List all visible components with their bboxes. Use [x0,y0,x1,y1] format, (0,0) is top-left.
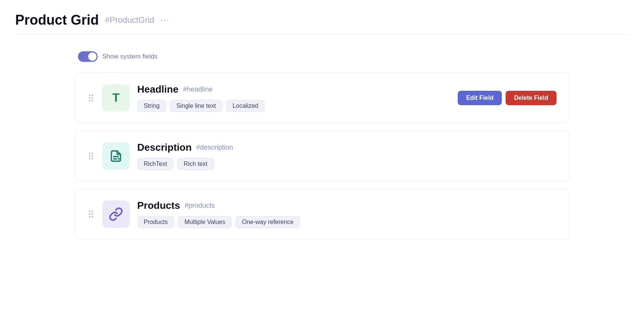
field-hash-headline: #headline [183,85,213,93]
drag-handle-description[interactable] [87,151,95,161]
field-tags-description: RichTextRich text [137,158,557,170]
field-info-description: Description#descriptionRichTextRich text [137,142,557,170]
more-options-icon[interactable]: ··· [160,15,170,25]
edit-field-button-headline[interactable]: Edit Field [458,91,502,105]
tag-headline-single-line-text: Single line text [170,100,222,112]
show-system-fields-toggle[interactable] [78,51,98,62]
field-card-description: Description#descriptionRichTextRich text [75,131,569,181]
field-actions-headline: Edit FieldDelete Field [458,91,557,105]
tag-products-multiple-values: Multiple Values [178,216,232,228]
toggle-label: Show system fields [102,53,158,60]
page-title: Product Grid [15,12,99,28]
fields-container: THeadline#headlineStringSingle line text… [75,73,569,239]
field-info-products: Products#productsProductsMultiple Values… [137,200,557,228]
tag-headline-localized: Localized [226,100,265,112]
tag-products-one-way-reference: One-way reference [235,216,300,228]
field-name-products: Products [137,200,180,211]
content-area: Show system fields THeadline#headlineStr… [75,44,569,254]
tag-products-products: Products [137,216,174,228]
field-hash-description: #description [196,144,233,151]
field-tags-products: ProductsMultiple ValuesOne-way reference [137,216,557,228]
field-card-products: Products#productsProductsMultiple Values… [75,189,569,239]
field-tags-headline: StringSingle line textLocalized [137,100,450,112]
field-hash-products: #products [185,202,215,210]
page-header: Product Grid #ProductGrid ··· [15,12,629,35]
page-hash: #ProductGrid [105,15,154,25]
field-card-headline: THeadline#headlineStringSingle line text… [75,73,569,123]
drag-handle-products[interactable] [87,209,95,219]
tag-headline-string: String [137,100,166,112]
toggle-row: Show system fields [78,51,569,62]
field-icon-description [102,142,130,170]
field-info-headline: Headline#headlineStringSingle line textL… [137,84,450,112]
field-name-description: Description [137,142,192,153]
delete-field-button-headline[interactable]: Delete Field [506,91,557,105]
drag-handle-headline[interactable] [87,93,95,103]
tag-description-rich-text: Rich text [177,158,214,170]
field-name-headline: Headline [137,84,178,95]
field-icon-products [102,200,130,228]
field-icon-headline: T [102,84,130,112]
tag-description-richtext: RichText [137,158,173,170]
